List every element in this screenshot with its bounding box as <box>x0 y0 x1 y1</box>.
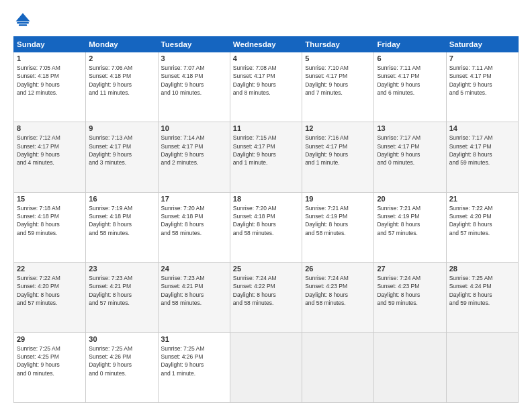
cell-content: Sunrise: 7:21 AM Sunset: 4:19 PM Dayligh… <box>305 204 371 237</box>
day-number: 16 <box>89 195 154 203</box>
day-number: 3 <box>161 54 227 62</box>
calendar-cell: 7Sunrise: 7:11 AM Sunset: 4:17 PM Daylig… <box>446 52 518 122</box>
header <box>13 11 519 30</box>
calendar-cell: 13Sunrise: 7:17 AM Sunset: 4:17 PM Dayli… <box>374 122 446 192</box>
cell-content: Sunrise: 7:23 AM Sunset: 4:21 PM Dayligh… <box>161 274 227 307</box>
cell-content: Sunrise: 7:23 AM Sunset: 4:21 PM Dayligh… <box>89 274 154 307</box>
cell-content: Sunrise: 7:24 AM Sunset: 4:22 PM Dayligh… <box>233 274 299 307</box>
day-number: 31 <box>161 335 227 343</box>
week-row-1: 8Sunrise: 7:12 AM Sunset: 4:17 PM Daylig… <box>14 122 519 192</box>
calendar-cell: 15Sunrise: 7:18 AM Sunset: 4:18 PM Dayli… <box>14 192 86 262</box>
day-number: 29 <box>17 335 83 343</box>
day-number: 9 <box>89 124 154 132</box>
calendar-cell: 11Sunrise: 7:15 AM Sunset: 4:17 PM Dayli… <box>230 122 302 192</box>
day-number: 21 <box>449 195 515 203</box>
cell-content: Sunrise: 7:24 AM Sunset: 4:23 PM Dayligh… <box>305 274 371 307</box>
weekday-friday: Friday <box>374 37 446 52</box>
day-number: 12 <box>305 124 371 132</box>
day-number: 6 <box>377 54 443 62</box>
calendar-cell: 23Sunrise: 7:23 AM Sunset: 4:21 PM Dayli… <box>86 263 158 332</box>
calendar-cell: 4Sunrise: 7:08 AM Sunset: 4:17 PM Daylig… <box>230 52 302 122</box>
cell-content: Sunrise: 7:17 AM Sunset: 4:17 PM Dayligh… <box>449 134 515 167</box>
day-number: 20 <box>377 195 443 203</box>
weekday-monday: Monday <box>86 37 158 52</box>
logo <box>13 11 35 30</box>
cell-content: Sunrise: 7:19 AM Sunset: 4:18 PM Dayligh… <box>89 204 154 237</box>
logo-icon <box>13 11 32 30</box>
calendar-cell <box>302 332 374 402</box>
svg-rect-2 <box>19 24 27 26</box>
weekday-sunday: Sunday <box>14 37 86 52</box>
cell-content: Sunrise: 7:15 AM Sunset: 4:17 PM Dayligh… <box>233 134 299 167</box>
day-number: 24 <box>161 265 227 273</box>
cell-content: Sunrise: 7:13 AM Sunset: 4:17 PM Dayligh… <box>89 134 154 167</box>
cell-content: Sunrise: 7:21 AM Sunset: 4:19 PM Dayligh… <box>377 204 443 237</box>
calendar-cell <box>374 332 446 402</box>
calendar-cell: 10Sunrise: 7:14 AM Sunset: 4:17 PM Dayli… <box>158 122 230 192</box>
calendar-cell: 18Sunrise: 7:20 AM Sunset: 4:18 PM Dayli… <box>230 192 302 262</box>
calendar-cell: 25Sunrise: 7:24 AM Sunset: 4:22 PM Dayli… <box>230 263 302 332</box>
week-row-4: 29Sunrise: 7:25 AM Sunset: 4:25 PM Dayli… <box>14 332 519 402</box>
svg-marker-0 <box>16 13 30 21</box>
calendar-cell: 22Sunrise: 7:22 AM Sunset: 4:20 PM Dayli… <box>14 263 86 332</box>
day-number: 30 <box>89 335 154 343</box>
cell-content: Sunrise: 7:25 AM Sunset: 4:24 PM Dayligh… <box>449 274 515 307</box>
day-number: 18 <box>233 195 299 203</box>
cell-content: Sunrise: 7:07 AM Sunset: 4:18 PM Dayligh… <box>161 64 227 97</box>
calendar-cell: 1Sunrise: 7:05 AM Sunset: 4:18 PM Daylig… <box>14 52 86 122</box>
cell-content: Sunrise: 7:10 AM Sunset: 4:17 PM Dayligh… <box>305 64 371 97</box>
calendar-cell: 3Sunrise: 7:07 AM Sunset: 4:18 PM Daylig… <box>158 52 230 122</box>
cell-content: Sunrise: 7:18 AM Sunset: 4:18 PM Dayligh… <box>17 204 83 237</box>
day-number: 13 <box>377 124 443 132</box>
day-number: 26 <box>305 265 371 273</box>
calendar-cell: 27Sunrise: 7:24 AM Sunset: 4:23 PM Dayli… <box>374 263 446 332</box>
cell-content: Sunrise: 7:25 AM Sunset: 4:25 PM Dayligh… <box>17 345 83 377</box>
calendar-cell: 16Sunrise: 7:19 AM Sunset: 4:18 PM Dayli… <box>86 192 158 262</box>
cell-content: Sunrise: 7:17 AM Sunset: 4:17 PM Dayligh… <box>377 134 443 167</box>
calendar-cell: 6Sunrise: 7:11 AM Sunset: 4:17 PM Daylig… <box>374 52 446 122</box>
calendar-cell <box>230 332 302 402</box>
day-number: 7 <box>449 54 515 62</box>
calendar-cell: 29Sunrise: 7:25 AM Sunset: 4:25 PM Dayli… <box>14 332 86 402</box>
calendar-cell <box>446 332 518 402</box>
page: SundayMondayTuesdayWednesdayThursdayFrid… <box>0 0 532 411</box>
calendar-cell: 26Sunrise: 7:24 AM Sunset: 4:23 PM Dayli… <box>302 263 374 332</box>
cell-content: Sunrise: 7:11 AM Sunset: 4:17 PM Dayligh… <box>377 64 443 97</box>
cell-content: Sunrise: 7:20 AM Sunset: 4:18 PM Dayligh… <box>233 204 299 237</box>
weekday-wednesday: Wednesday <box>230 37 302 52</box>
week-row-2: 15Sunrise: 7:18 AM Sunset: 4:18 PM Dayli… <box>14 192 519 262</box>
cell-content: Sunrise: 7:05 AM Sunset: 4:18 PM Dayligh… <box>17 64 83 97</box>
weekday-header-row: SundayMondayTuesdayWednesdayThursdayFrid… <box>14 37 519 52</box>
day-number: 25 <box>233 265 299 273</box>
day-number: 19 <box>305 195 371 203</box>
day-number: 10 <box>161 124 227 132</box>
cell-content: Sunrise: 7:12 AM Sunset: 4:17 PM Dayligh… <box>17 134 83 167</box>
week-row-3: 22Sunrise: 7:22 AM Sunset: 4:20 PM Dayli… <box>14 263 519 332</box>
cell-content: Sunrise: 7:25 AM Sunset: 4:26 PM Dayligh… <box>161 345 227 377</box>
calendar-cell: 12Sunrise: 7:16 AM Sunset: 4:17 PM Dayli… <box>302 122 374 192</box>
cell-content: Sunrise: 7:22 AM Sunset: 4:20 PM Dayligh… <box>17 274 83 307</box>
calendar-cell: 2Sunrise: 7:06 AM Sunset: 4:18 PM Daylig… <box>86 52 158 122</box>
weekday-thursday: Thursday <box>302 37 374 52</box>
day-number: 17 <box>161 195 227 203</box>
cell-content: Sunrise: 7:25 AM Sunset: 4:26 PM Dayligh… <box>89 345 154 377</box>
day-number: 5 <box>305 54 371 62</box>
cell-content: Sunrise: 7:24 AM Sunset: 4:23 PM Dayligh… <box>377 274 443 307</box>
day-number: 4 <box>233 54 299 62</box>
calendar-cell: 24Sunrise: 7:23 AM Sunset: 4:21 PM Dayli… <box>158 263 230 332</box>
svg-rect-1 <box>17 22 29 24</box>
day-number: 22 <box>17 265 83 273</box>
calendar-cell: 17Sunrise: 7:20 AM Sunset: 4:18 PM Dayli… <box>158 192 230 262</box>
cell-content: Sunrise: 7:14 AM Sunset: 4:17 PM Dayligh… <box>161 134 227 167</box>
calendar-cell: 5Sunrise: 7:10 AM Sunset: 4:17 PM Daylig… <box>302 52 374 122</box>
calendar-cell: 9Sunrise: 7:13 AM Sunset: 4:17 PM Daylig… <box>86 122 158 192</box>
day-number: 15 <box>17 195 83 203</box>
cell-content: Sunrise: 7:22 AM Sunset: 4:20 PM Dayligh… <box>449 204 515 237</box>
calendar-cell: 20Sunrise: 7:21 AM Sunset: 4:19 PM Dayli… <box>374 192 446 262</box>
week-row-0: 1Sunrise: 7:05 AM Sunset: 4:18 PM Daylig… <box>14 52 519 122</box>
cell-content: Sunrise: 7:11 AM Sunset: 4:17 PM Dayligh… <box>449 64 515 97</box>
day-number: 11 <box>233 124 299 132</box>
calendar-cell: 14Sunrise: 7:17 AM Sunset: 4:17 PM Dayli… <box>446 122 518 192</box>
day-number: 23 <box>89 265 154 273</box>
cell-content: Sunrise: 7:16 AM Sunset: 4:17 PM Dayligh… <box>305 134 371 167</box>
